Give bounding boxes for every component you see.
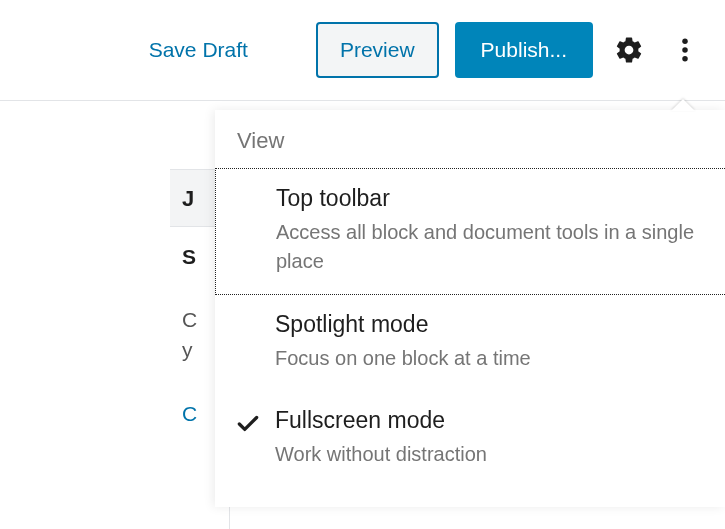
publish-button[interactable]: Publish... — [455, 22, 593, 78]
menu-item-title: Spotlight mode — [275, 311, 703, 338]
gear-icon — [614, 35, 644, 65]
dropdown-section-label: View — [215, 110, 725, 168]
settings-button[interactable] — [609, 30, 649, 70]
more-vertical-icon — [670, 35, 700, 65]
menu-item-spotlight-mode[interactable]: Spotlight mode Focus on one block at a t… — [215, 295, 725, 391]
preview-button[interactable]: Preview — [316, 22, 439, 78]
menu-item-top-toolbar[interactable]: Top toolbar Access all block and documen… — [215, 168, 725, 295]
menu-item-desc: Work without distraction — [275, 440, 703, 469]
menu-item-title: Fullscreen mode — [275, 407, 703, 434]
svg-point-0 — [682, 39, 688, 45]
dropdown-pointer — [671, 99, 695, 111]
check-icon — [235, 411, 261, 437]
save-draft-button[interactable]: Save Draft — [137, 30, 260, 70]
options-dropdown: View Top toolbar Access all block and do… — [215, 110, 725, 507]
editor-toolbar: Save Draft Preview Publish... — [0, 0, 725, 101]
menu-item-desc: Access all block and document tools in a… — [276, 218, 703, 276]
svg-point-1 — [682, 47, 688, 53]
menu-item-title: Top toolbar — [276, 185, 703, 212]
menu-item-desc: Focus on one block at a time — [275, 344, 703, 373]
svg-point-2 — [682, 56, 688, 62]
menu-item-fullscreen-mode[interactable]: Fullscreen mode Work without distraction — [215, 391, 725, 487]
more-options-button[interactable] — [665, 30, 705, 70]
